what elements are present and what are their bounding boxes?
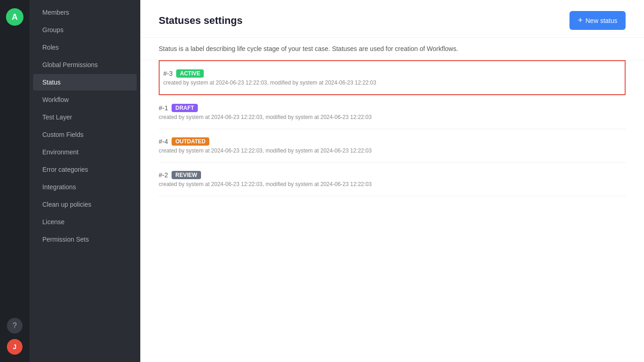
status-badge-review: REVIEW xyxy=(172,171,201,179)
status-id-active: #-3 xyxy=(163,70,172,77)
status-meta-outdated: created by system at 2024-06-23 12:22:03… xyxy=(159,147,626,154)
status-badge-active: ACTIVE xyxy=(176,69,204,78)
sidebar-item-global-permissions[interactable]: Global Permissions xyxy=(33,57,137,73)
sidebar-item-integrations[interactable]: Integrations xyxy=(33,179,137,195)
help-icon: ? xyxy=(13,322,17,330)
sidebar-item-status[interactable]: Status xyxy=(33,74,137,90)
sidebar-item-workflow[interactable]: Workflow xyxy=(33,91,137,108)
sidebar-item-custom-fields[interactable]: Custom Fields xyxy=(33,126,137,143)
status-badge-draft: DRAFT xyxy=(172,104,198,112)
help-button[interactable]: ? xyxy=(7,318,23,334)
sidebar-item-groups[interactable]: Groups xyxy=(33,22,137,38)
new-status-button[interactable]: + New status xyxy=(569,11,626,30)
status-item-outdated[interactable]: #-4 OUTDATED created by system at 2024-0… xyxy=(159,129,626,163)
page-description: Status is a label describing life cycle … xyxy=(140,38,644,60)
status-item-draft[interactable]: #-1 DRAFT created by system at 2024-06-2… xyxy=(159,96,626,129)
sidebar-item-license[interactable]: License xyxy=(33,214,137,230)
user-avatar[interactable]: J xyxy=(7,339,23,355)
status-item-review[interactable]: #-2 REVIEW created by system at 2024-06-… xyxy=(159,163,626,196)
sidebar-item-test-layer[interactable]: Test Layer xyxy=(33,109,137,125)
page-title: Statuses settings xyxy=(159,15,242,27)
status-meta-active: created by system at 2024-06-23 12:22:03… xyxy=(163,79,621,86)
status-header-review: #-2 REVIEW xyxy=(159,171,626,179)
status-meta-draft: created by system at 2024-06-23 12:22:03… xyxy=(159,114,626,120)
status-id-outdated: #-4 xyxy=(159,138,168,145)
status-id-review: #-2 xyxy=(159,171,168,179)
status-header-outdated: #-4 OUTDATED xyxy=(159,137,626,146)
app-logo: A xyxy=(6,8,23,26)
sidebar-item-members[interactable]: Members xyxy=(33,4,137,21)
main-content: Statuses settings + New status Status is… xyxy=(140,0,644,362)
status-meta-review: created by system at 2024-06-23 12:22:03… xyxy=(159,181,626,187)
sidebar-item-environment[interactable]: Environment xyxy=(33,144,137,160)
sidebar-item-error-categories[interactable]: Error categories xyxy=(33,161,137,178)
sidebar-nav: Members Groups Roles Global Permissions … xyxy=(29,0,140,362)
status-header-draft: #-1 DRAFT xyxy=(159,104,626,112)
sidebar-item-clean-up-policies[interactable]: Clean up policies xyxy=(33,196,137,213)
status-list: #-3 ACTIVE created by system at 2024-06-… xyxy=(140,60,644,196)
status-header-active: #-3 ACTIVE xyxy=(163,69,621,78)
plus-icon: + xyxy=(578,16,583,25)
sidebar-item-permission-sets[interactable]: Permission Sets xyxy=(33,231,137,248)
status-badge-outdated: OUTDATED xyxy=(172,137,209,146)
status-item-active[interactable]: #-3 ACTIVE created by system at 2024-06-… xyxy=(160,61,625,94)
sidebar-item-roles[interactable]: Roles xyxy=(33,39,137,56)
status-id-draft: #-1 xyxy=(159,104,168,112)
